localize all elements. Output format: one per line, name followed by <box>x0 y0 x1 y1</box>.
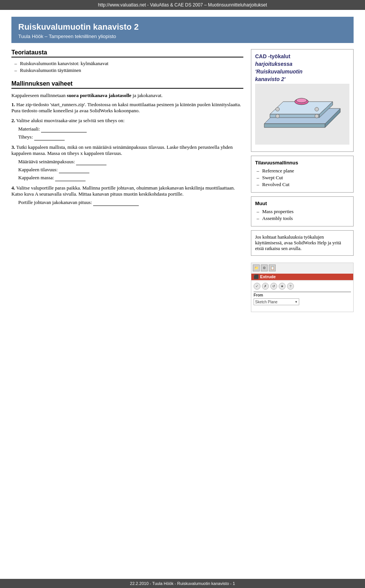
jos-box: Jos kohtaat hankaluuksia työkalujen käyt… <box>251 230 354 256</box>
step-3-text: Tutki kappaleen mallista, mikä on sen mä… <box>11 144 233 156</box>
extrude-body: ✓ ✗ ↺ ★ ? <box>251 281 353 312</box>
materiaali-field <box>41 126 87 132</box>
maaraavasein-row: Määräävä seinämänpaksuus: <box>18 159 243 165</box>
muut-item-2: – Assembly tools <box>255 215 349 221</box>
teoriatausta-item-1: – Ruiskuvalumuotin kanavistot: kylmäkana… <box>11 61 243 67</box>
extrude-sketch-plane-dropdown[interactable]: Sketch Plane ▼ <box>254 298 299 305</box>
extrude-sketch-plane-label: Sketch Plane <box>255 300 278 304</box>
extrude-ok-icon: ✓ <box>256 284 259 288</box>
left-column: Teoriatausta – Ruiskuvalumuotin kanavist… <box>11 49 251 575</box>
muut-item-1: – Mass properties <box>255 209 349 215</box>
teoriatausta-item-2-text: Ruiskuvalumuotin täyttäminen <box>20 67 81 73</box>
kappmassa-field <box>55 175 86 181</box>
top-bar-url: http://www.valuatlas.net - ValuAtlas & C… <box>98 2 267 8</box>
page-wrapper: http://www.valuatlas.net - ValuAtlas & C… <box>0 0 365 588</box>
muut-item-2-text: Assembly tools <box>262 215 293 221</box>
extrude-icon-1: 📁 <box>253 265 260 271</box>
right-column: CAD -työkalut harjoituksessa 'Ruiskuvalu… <box>251 49 354 575</box>
materiaali-row: Materiaali: <box>18 126 243 132</box>
extrude-titlebar: ⬛ Extrude <box>251 274 353 280</box>
step-4: 4. Valitse valuportille paras paikka. Ma… <box>11 185 243 206</box>
step-1: 1. Hae zip-tiedosto 'start_runners.zip'.… <box>11 102 243 114</box>
page-title: Ruiskuvalumuotin kanavisto 2 <box>18 22 347 32</box>
svg-marker-1 <box>264 124 325 127</box>
page-subtitle: Tuula Höök – Tampereen teknillinen yliop… <box>18 33 347 39</box>
step-2-text: Valitse aluksi muoviraaka-aine ja selvit… <box>16 118 125 123</box>
cad-3d-image <box>255 84 349 145</box>
jos-text: Jos kohtaat hankaluuksia työkalujen käyt… <box>255 234 341 251</box>
tilav-item-1-text: Reference plane <box>262 168 294 174</box>
extrude-help-icon: ? <box>289 284 291 288</box>
maaraavasein-label: Määräävä seinämänpaksuus: <box>18 159 75 164</box>
step-3-fields: Määräävä seinämänpaksuus: Kappaleen tila… <box>11 159 243 181</box>
extrude-icon-row: 📁 ⚙ 📋 <box>253 265 276 271</box>
teoriatausta-item-2: – Ruiskuvalumuotin täyttäminen <box>11 67 243 73</box>
extrude-from-row: From <box>254 293 351 297</box>
materiaali-label: Materiaali: <box>18 126 40 132</box>
cad-box-subtitle1: harjoituksessa <box>255 61 349 67</box>
mallinnuksen-title: Mallinnuksen vaiheet <box>11 80 243 89</box>
extrude-help-btn[interactable]: ? <box>287 283 294 290</box>
extrude-star-btn[interactable]: ★ <box>279 283 286 290</box>
muut-title: Muut <box>255 201 349 206</box>
step-4-text: Valitse valuportille paras paikka. Malli… <box>11 185 235 197</box>
step-1-text: Hae zip-tiedosto 'start_runners.zip'. Ti… <box>11 102 241 113</box>
cad-box-subtitle3: kanavisto 2' <box>255 76 349 82</box>
two-col-layout: Teoriatausta – Ruiskuvalumuotin kanavist… <box>11 49 354 575</box>
extrude-ok-btn[interactable]: ✓ <box>254 283 260 290</box>
mallinnuksen-intro: Kappaleeseen mallinnetaan suora porttika… <box>11 92 243 99</box>
cad-box: CAD -työkalut harjoituksessa 'Ruiskuvalu… <box>251 49 354 152</box>
step-1-label: 1. <box>11 102 15 107</box>
muut-dash-1: – <box>257 209 259 215</box>
tilav-dash-3: – <box>257 182 259 188</box>
teoriatausta-item-1-text: Ruiskuvalumuotin kanavistot: kylmäkanava… <box>20 61 109 67</box>
step-2-label: 2. <box>11 118 15 123</box>
teoriatausta-title: Teoriatausta <box>11 49 243 57</box>
kapptilavuus-field <box>59 167 89 173</box>
extrude-ui-panel: 📁 ⚙ 📋 ⬛ Extrude ✓ <box>251 263 354 312</box>
extrude-cancel-icon: ✗ <box>264 284 267 288</box>
tiheys-field <box>34 134 65 140</box>
extrude-title-text: Extrude <box>260 274 276 279</box>
svg-point-7 <box>296 98 307 103</box>
extrude-from-label: From <box>254 293 263 297</box>
title-block: Ruiskuvalumuotin kanavisto 2 Tuula Höök … <box>11 17 354 43</box>
portille-label: Portille johtavan jakokanavan pituus: <box>18 199 92 205</box>
tilav-dash-1: – <box>257 168 259 174</box>
bullet-dash-2: – <box>14 67 17 73</box>
extrude-icon-2: ⚙ <box>261 265 268 271</box>
step-4-fields: Portille johtavan jakokanavan pituus: <box>11 199 243 206</box>
maaraavasein-field <box>76 159 106 165</box>
tilavuusmallinnus-title: Tilavuusmallinnus <box>255 160 349 166</box>
extrude-dropdown-row: Sketch Plane ▼ <box>254 298 351 305</box>
tilav-item-3-text: Revolved Cut <box>262 182 290 188</box>
bullet-dash-1: – <box>14 61 17 67</box>
tilavuusmallinnus-box: Tilavuusmallinnus – Reference plane – Sw… <box>251 156 354 193</box>
kapptilavuus-label: Kappaleen tilavuus: <box>18 167 58 172</box>
portille-field <box>93 199 139 206</box>
cad-box-title: CAD -työkalut <box>255 53 349 59</box>
extrude-title-icon: ⬛ <box>254 274 259 279</box>
extrude-cancel-btn[interactable]: ✗ <box>262 283 269 290</box>
extrude-refresh-icon: ↺ <box>272 284 275 288</box>
muut-box: Muut – Mass properties – Assembly tools <box>251 196 354 226</box>
extrude-star-icon: ★ <box>281 284 284 288</box>
tilav-dash-2: – <box>257 175 259 181</box>
tilav-item-3: – Revolved Cut <box>255 182 349 188</box>
svg-point-11 <box>276 114 279 118</box>
footer-text: 22.2.2010 - Tuula Höök - Ruiskuvalumuoti… <box>130 581 235 586</box>
extrude-icon-3: 📋 <box>269 265 276 271</box>
svg-point-10 <box>315 114 319 118</box>
tilav-item-2-text: Swept Cut <box>262 175 283 181</box>
tiheys-label: Tiheys: <box>18 134 33 140</box>
step-3: 3. Tutki kappaleen mallista, mikä on sen… <box>11 144 243 181</box>
portille-row: Portille johtavan jakokanavan pituus: <box>18 199 243 206</box>
extrude-refresh-btn[interactable]: ↺ <box>270 283 277 290</box>
muut-item-1-text: Mass properties <box>262 209 294 215</box>
kapptilavuus-row: Kappaleen tilavuus: <box>18 167 243 173</box>
kappmassa-row: Kappaleen massa: <box>18 175 243 181</box>
extrude-divider <box>254 292 351 292</box>
step-4-label: 4. <box>11 185 15 191</box>
footer: 22.2.2010 - Tuula Höök - Ruiskuvalumuoti… <box>0 579 365 588</box>
tiheys-row: Tiheys: <box>18 134 243 140</box>
